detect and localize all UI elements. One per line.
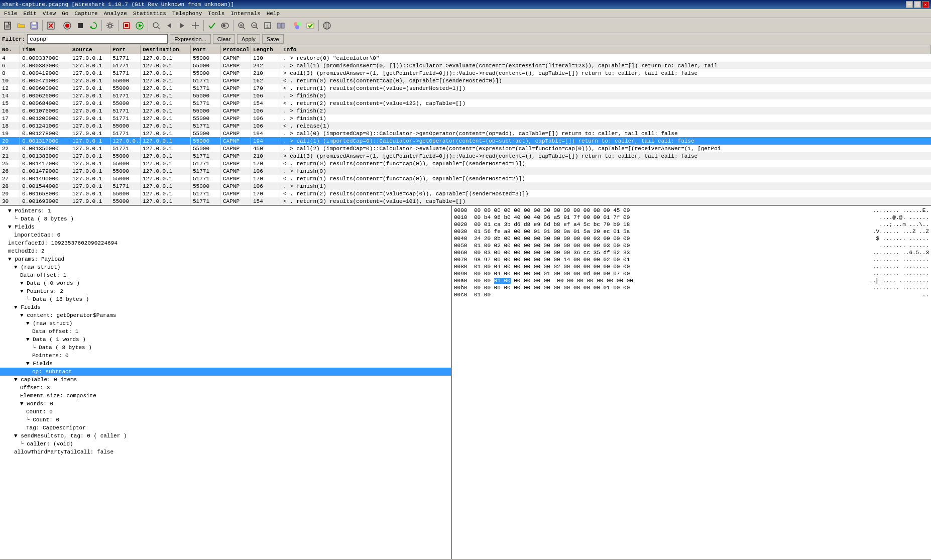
close-capture-button[interactable] [45, 20, 57, 32]
detail-row[interactable]: ▼ Fields [0, 303, 451, 311]
detail-row[interactable]: ▼ Fields [0, 223, 451, 231]
save-button[interactable] [28, 20, 40, 32]
detail-row[interactable]: ▼ Fields [0, 360, 451, 368]
detail-row[interactable]: ▼ Pointers: 2 [0, 287, 451, 295]
packet-row[interactable]: 190.001278000127.0.0.151771127.0.0.15500… [0, 130, 931, 137]
detail-row[interactable]: Element size: composite [0, 392, 451, 400]
menu-capture[interactable]: Capture [71, 10, 100, 17]
detail-row[interactable]: ▼ sendResultsTo, tag: 0 ( caller ) [0, 432, 451, 440]
packet-row[interactable]: 260.001479000127.0.0.155000127.0.0.15177… [0, 167, 931, 175]
packet-row[interactable]: 60.000383000127.0.0.151771127.0.0.155000… [0, 62, 931, 69]
detail-row[interactable]: └ Data ( 8 bytes ) [0, 215, 451, 223]
packet-row[interactable]: 270.001490000127.0.0.155000127.0.0.15177… [0, 175, 931, 182]
toggle-button[interactable] [219, 20, 231, 32]
color-toggle-button[interactable] [304, 20, 316, 32]
detail-row[interactable]: └ Data ( 16 bytes ) [0, 295, 451, 303]
go-restart-button[interactable] [134, 20, 146, 32]
clear-button[interactable]: Clear [213, 34, 235, 44]
filter-input[interactable] [27, 34, 168, 44]
col-header-dport[interactable]: Port [191, 45, 221, 54]
packet-row[interactable]: 40.000337000127.0.0.151771127.0.0.155000… [0, 54, 931, 62]
packet-row[interactable]: 220.001350000127.0.0.151771127.0.0.15500… [0, 145, 931, 152]
detail-row[interactable]: Tag: CapDescriptor [0, 424, 451, 432]
menu-telephony[interactable]: Telephony [169, 10, 205, 17]
go-to-packet-button[interactable] [189, 20, 201, 32]
packet-row[interactable]: 280.001544000127.0.0.151771127.0.0.15500… [0, 182, 931, 190]
detail-row[interactable]: ▼ Pointers: 1 [0, 207, 451, 215]
find-packet-button[interactable] [150, 20, 162, 32]
detail-row[interactable]: ▼ (raw struct) [0, 319, 451, 327]
menu-go[interactable]: Go [59, 10, 71, 17]
close-button[interactable]: ✕ [922, 1, 929, 8]
col-header-no[interactable]: No. [0, 45, 20, 54]
color-button[interactable] [291, 20, 303, 32]
packet-row[interactable]: 150.000684000127.0.0.155000127.0.0.15177… [0, 99, 931, 107]
col-header-info[interactable]: Info [281, 45, 931, 54]
detail-row[interactable]: Offset: 3 [0, 384, 451, 392]
detail-row[interactable]: ▼ Words: 0 [0, 400, 451, 408]
menu-internals[interactable]: Internals [227, 10, 263, 17]
detail-row[interactable]: ▼ Data ( 1 words ) [0, 335, 451, 344]
mark-packet-button[interactable] [206, 20, 218, 32]
menu-file[interactable]: File [1, 10, 20, 17]
stop-button[interactable] [121, 20, 133, 32]
detail-row[interactable]: allowThirdPartyTailCall: false [0, 448, 451, 456]
packet-row[interactable]: 210.001383000127.0.0.155000127.0.0.15177… [0, 152, 931, 160]
start-capture-button[interactable] [61, 20, 73, 32]
detail-row[interactable]: importedCap: 0 [0, 231, 451, 239]
capture-filters-button[interactable] [321, 20, 333, 32]
col-header-length[interactable]: Length [251, 45, 281, 54]
stop-capture-button[interactable] [74, 20, 86, 32]
col-header-sport[interactable]: Port [110, 45, 141, 54]
detail-row[interactable]: ▼ Data ( 0 words ) [0, 279, 451, 287]
detail-row[interactable]: ▼ params: Payload [0, 255, 451, 263]
zoom-normal-button[interactable]: 1:1 [262, 20, 274, 32]
col-header-proto[interactable]: Protocol [221, 45, 251, 54]
menu-view[interactable]: View [40, 10, 59, 17]
save-filter-button[interactable]: Save [262, 34, 284, 44]
menu-edit[interactable]: Edit [20, 10, 39, 17]
detail-row[interactable]: └ Data ( 8 bytes ) [0, 344, 451, 352]
detail-row[interactable]: └ Count: 0 [0, 416, 451, 424]
packet-row[interactable]: 200.001317000127.0.0.1127.0.0.1127.0.0.1… [0, 137, 931, 145]
open-button[interactable] [15, 20, 27, 32]
packet-row[interactable]: 170.001200000127.0.0.151771127.0.0.15500… [0, 115, 931, 122]
detail-row[interactable]: interfaceId: 10923537602090224694 [0, 239, 451, 247]
packet-row[interactable]: 250.001417000127.0.0.155000127.0.0.15177… [0, 160, 931, 167]
col-header-time[interactable]: Time [20, 45, 70, 54]
detail-row[interactable]: ▼ (raw struct) [0, 263, 451, 271]
packet-row[interactable]: 140.000626000127.0.0.151771127.0.0.15500… [0, 92, 931, 99]
detail-row[interactable]: ▼ capTable: 0 items [0, 376, 451, 384]
zoom-in-button[interactable] [236, 20, 248, 32]
packet-row[interactable]: 290.001658000127.0.0.155000127.0.0.15177… [0, 190, 931, 197]
detail-row[interactable]: └ caller: (void) [0, 440, 451, 448]
packet-row[interactable]: 100.000479000127.0.0.155000127.0.0.15177… [0, 77, 931, 84]
packet-row[interactable]: 80.000419000127.0.0.151771127.0.0.155000… [0, 69, 931, 77]
col-header-dest[interactable]: Destination [141, 45, 191, 54]
resize-columns-button[interactable] [275, 20, 287, 32]
zoom-out-button[interactable] [249, 20, 261, 32]
packet-row[interactable]: 120.000600000127.0.0.155000127.0.0.15177… [0, 84, 931, 92]
detail-row[interactable]: op: subtract [0, 368, 451, 376]
detail-row[interactable]: Count: 0 [0, 408, 451, 416]
packet-row[interactable]: 300.001693000127.0.0.155000127.0.0.15177… [0, 197, 931, 205]
packet-row[interactable]: 160.001076000127.0.0.151771127.0.0.15500… [0, 107, 931, 115]
detail-row[interactable]: Data offset: 1 [0, 271, 451, 279]
packet-row[interactable]: 180.001241000127.0.0.155000127.0.0.15177… [0, 122, 931, 130]
expression-button[interactable]: Expression... [170, 34, 211, 44]
maximize-button[interactable]: □ [914, 1, 921, 8]
apply-button[interactable]: Apply [237, 34, 260, 44]
restart-capture-button[interactable] [87, 20, 99, 32]
prev-button[interactable] [163, 20, 175, 32]
new-capture-button[interactable] [2, 20, 14, 32]
menu-statistics[interactable]: Statistics [130, 10, 169, 17]
options-button[interactable] [104, 20, 116, 32]
detail-row[interactable]: Data offset: 1 [0, 327, 451, 335]
col-header-source[interactable]: Source [70, 45, 110, 54]
detail-row[interactable]: methodId: 2 [0, 247, 451, 255]
menu-help[interactable]: Help [264, 10, 283, 17]
menu-analyze[interactable]: Analyze [101, 10, 130, 17]
detail-row[interactable]: ▼ content: getOperator$Params [0, 311, 451, 319]
menu-tools[interactable]: Tools [205, 10, 227, 17]
detail-row[interactable]: Pointers: 0 [0, 352, 451, 360]
